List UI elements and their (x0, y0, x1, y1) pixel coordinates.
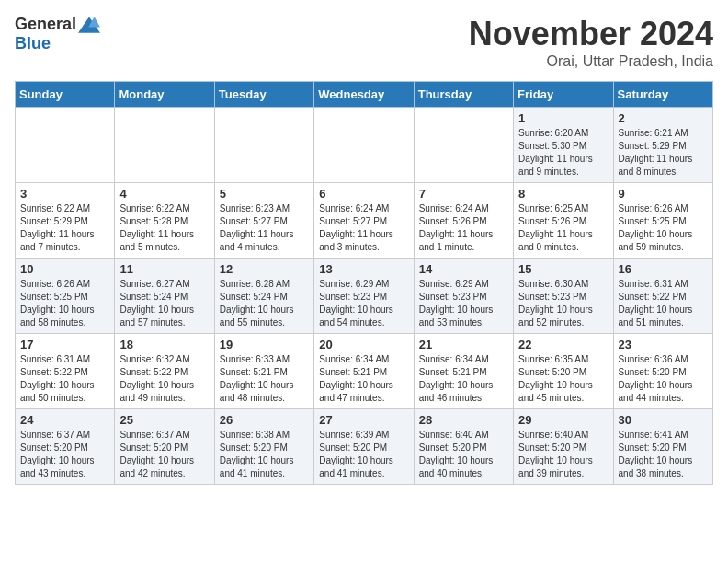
day-info: Sunrise: 6:31 AM Sunset: 5:22 PM Dayligh… (619, 278, 708, 329)
day-number: 30 (619, 413, 708, 427)
header-row: SundayMondayTuesdayWednesdayThursdayFrid… (16, 82, 713, 108)
day-info: Sunrise: 6:40 AM Sunset: 5:20 PM Dayligh… (518, 429, 608, 480)
day-cell: 30Sunrise: 6:41 AM Sunset: 5:20 PM Dayli… (613, 409, 712, 485)
day-cell: 2Sunrise: 6:21 AM Sunset: 5:29 PM Daylig… (613, 108, 712, 183)
day-cell: 26Sunrise: 6:38 AM Sunset: 5:20 PM Dayli… (214, 409, 313, 485)
day-cell: 22Sunrise: 6:35 AM Sunset: 5:20 PM Dayli… (514, 334, 613, 409)
day-number: 11 (119, 262, 209, 276)
day-info: Sunrise: 6:29 AM Sunset: 5:23 PM Dayligh… (419, 278, 508, 329)
day-number: 17 (20, 338, 109, 351)
day-info: Sunrise: 6:29 AM Sunset: 5:23 PM Dayligh… (319, 278, 408, 329)
day-cell (314, 108, 414, 183)
page-header: General Blue November 2024 Orai, Uttar P… (15, 15, 713, 70)
day-number: 3 (20, 187, 109, 201)
day-cell: 11Sunrise: 6:27 AM Sunset: 5:24 PM Dayli… (115, 259, 214, 334)
day-cell: 19Sunrise: 6:33 AM Sunset: 5:21 PM Dayli… (214, 334, 313, 409)
day-number: 2 (619, 111, 708, 125)
day-info: Sunrise: 6:23 AM Sunset: 5:27 PM Dayligh… (220, 202, 309, 254)
day-info: Sunrise: 6:34 AM Sunset: 5:21 PM Dayligh… (419, 353, 508, 405)
calendar-table: SundayMondayTuesdayWednesdayThursdayFrid… (15, 81, 713, 485)
week-row-2: 3Sunrise: 6:22 AM Sunset: 5:29 PM Daylig… (16, 183, 713, 259)
location-subtitle: Orai, Uttar Pradesh, India (469, 53, 713, 70)
day-info: Sunrise: 6:24 AM Sunset: 5:26 PM Dayligh… (419, 202, 508, 254)
day-number: 14 (419, 262, 508, 276)
day-info: Sunrise: 6:24 AM Sunset: 5:27 PM Dayligh… (319, 202, 408, 254)
day-number: 16 (619, 262, 708, 276)
header-friday: Friday (514, 82, 613, 108)
day-cell (16, 108, 115, 183)
day-number: 6 (319, 187, 408, 201)
logo-general-text: General (15, 15, 76, 34)
header-monday: Monday (115, 82, 214, 108)
day-number: 18 (119, 338, 209, 351)
day-cell: 7Sunrise: 6:24 AM Sunset: 5:26 PM Daylig… (414, 183, 513, 259)
day-number: 24 (20, 413, 109, 427)
day-cell: 16Sunrise: 6:31 AM Sunset: 5:22 PM Dayli… (613, 259, 712, 334)
day-cell (214, 108, 313, 183)
day-info: Sunrise: 6:22 AM Sunset: 5:28 PM Dayligh… (119, 202, 209, 254)
day-info: Sunrise: 6:30 AM Sunset: 5:23 PM Dayligh… (518, 278, 608, 329)
day-info: Sunrise: 6:26 AM Sunset: 5:25 PM Dayligh… (619, 202, 708, 254)
day-number: 25 (119, 413, 209, 427)
day-cell: 27Sunrise: 6:39 AM Sunset: 5:20 PM Dayli… (314, 409, 414, 485)
title-block: November 2024 Orai, Uttar Pradesh, India (469, 15, 713, 70)
day-number: 29 (518, 413, 608, 427)
day-cell: 4Sunrise: 6:22 AM Sunset: 5:28 PM Daylig… (115, 183, 214, 259)
day-cell: 21Sunrise: 6:34 AM Sunset: 5:21 PM Dayli… (414, 334, 513, 409)
day-cell: 20Sunrise: 6:34 AM Sunset: 5:21 PM Dayli… (314, 334, 414, 409)
day-info: Sunrise: 6:22 AM Sunset: 5:29 PM Dayligh… (20, 202, 109, 254)
day-info: Sunrise: 6:21 AM Sunset: 5:29 PM Dayligh… (619, 127, 708, 178)
day-info: Sunrise: 6:31 AM Sunset: 5:22 PM Dayligh… (20, 353, 109, 405)
day-number: 10 (20, 262, 109, 276)
day-number: 20 (319, 338, 408, 351)
day-cell: 14Sunrise: 6:29 AM Sunset: 5:23 PM Dayli… (414, 259, 513, 334)
day-cell: 3Sunrise: 6:22 AM Sunset: 5:29 PM Daylig… (16, 183, 115, 259)
day-cell: 29Sunrise: 6:40 AM Sunset: 5:20 PM Dayli… (514, 409, 613, 485)
day-info: Sunrise: 6:28 AM Sunset: 5:24 PM Dayligh… (220, 278, 309, 329)
week-row-1: 1Sunrise: 6:20 AM Sunset: 5:30 PM Daylig… (16, 108, 713, 183)
day-cell: 13Sunrise: 6:29 AM Sunset: 5:23 PM Dayli… (314, 259, 414, 334)
day-number: 21 (419, 338, 508, 351)
day-cell: 10Sunrise: 6:26 AM Sunset: 5:25 PM Dayli… (16, 259, 115, 334)
week-row-5: 24Sunrise: 6:37 AM Sunset: 5:20 PM Dayli… (16, 409, 713, 485)
day-info: Sunrise: 6:35 AM Sunset: 5:20 PM Dayligh… (518, 353, 608, 405)
day-info: Sunrise: 6:41 AM Sunset: 5:20 PM Dayligh… (619, 429, 708, 480)
day-info: Sunrise: 6:32 AM Sunset: 5:22 PM Dayligh… (119, 353, 209, 405)
day-cell (115, 108, 214, 183)
header-sunday: Sunday (16, 82, 115, 108)
day-info: Sunrise: 6:34 AM Sunset: 5:21 PM Dayligh… (319, 353, 408, 405)
day-number: 5 (220, 187, 309, 201)
day-cell: 17Sunrise: 6:31 AM Sunset: 5:22 PM Dayli… (16, 334, 115, 409)
month-title: November 2024 (469, 15, 713, 53)
header-thursday: Thursday (414, 82, 513, 108)
day-info: Sunrise: 6:25 AM Sunset: 5:26 PM Dayligh… (518, 202, 608, 254)
day-info: Sunrise: 6:26 AM Sunset: 5:25 PM Dayligh… (20, 278, 109, 329)
day-info: Sunrise: 6:37 AM Sunset: 5:20 PM Dayligh… (119, 429, 209, 480)
day-number: 7 (419, 187, 508, 201)
day-number: 26 (220, 413, 309, 427)
day-cell: 25Sunrise: 6:37 AM Sunset: 5:20 PM Dayli… (115, 409, 214, 485)
logo: General Blue (15, 15, 100, 53)
day-info: Sunrise: 6:38 AM Sunset: 5:20 PM Dayligh… (220, 429, 309, 480)
header-wednesday: Wednesday (314, 82, 414, 108)
day-cell: 8Sunrise: 6:25 AM Sunset: 5:26 PM Daylig… (514, 183, 613, 259)
day-cell: 28Sunrise: 6:40 AM Sunset: 5:20 PM Dayli… (414, 409, 513, 485)
day-cell: 5Sunrise: 6:23 AM Sunset: 5:27 PM Daylig… (214, 183, 313, 259)
day-info: Sunrise: 6:40 AM Sunset: 5:20 PM Dayligh… (419, 429, 508, 480)
day-number: 15 (518, 262, 608, 276)
day-number: 4 (119, 187, 209, 201)
day-number: 23 (619, 338, 708, 351)
day-info: Sunrise: 6:20 AM Sunset: 5:30 PM Dayligh… (518, 127, 608, 178)
day-cell: 24Sunrise: 6:37 AM Sunset: 5:20 PM Dayli… (16, 409, 115, 485)
day-cell: 9Sunrise: 6:26 AM Sunset: 5:25 PM Daylig… (613, 183, 712, 259)
day-cell: 23Sunrise: 6:36 AM Sunset: 5:20 PM Dayli… (613, 334, 712, 409)
day-number: 19 (220, 338, 309, 351)
day-info: Sunrise: 6:37 AM Sunset: 5:20 PM Dayligh… (20, 429, 109, 480)
day-info: Sunrise: 6:33 AM Sunset: 5:21 PM Dayligh… (220, 353, 309, 405)
day-number: 12 (220, 262, 309, 276)
day-cell: 12Sunrise: 6:28 AM Sunset: 5:24 PM Dayli… (214, 259, 313, 334)
logo-icon (78, 16, 100, 34)
day-number: 8 (518, 187, 608, 201)
day-number: 9 (619, 187, 708, 201)
week-row-3: 10Sunrise: 6:26 AM Sunset: 5:25 PM Dayli… (16, 259, 713, 334)
